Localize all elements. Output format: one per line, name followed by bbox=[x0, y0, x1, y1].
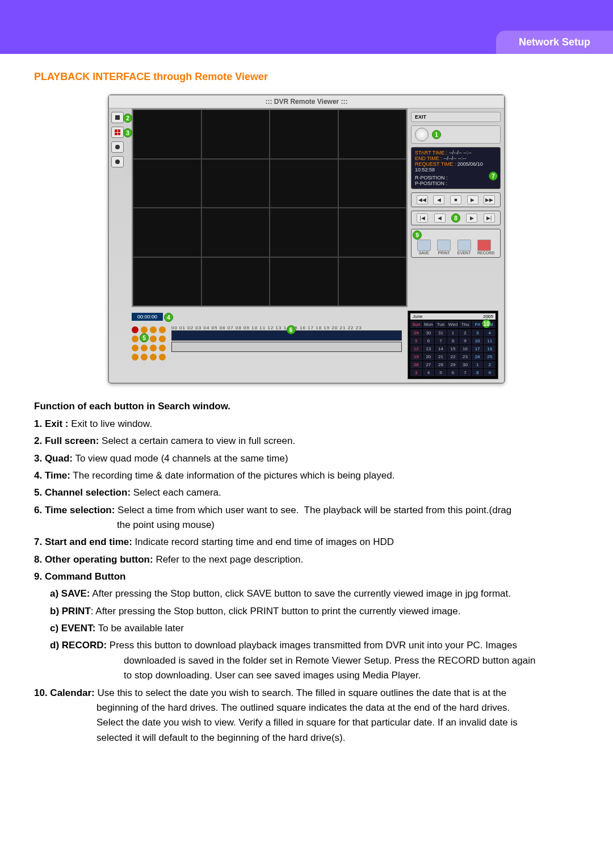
skip-end-button[interactable]: ▶| bbox=[484, 213, 495, 223]
step-back-button[interactable]: ◀ bbox=[433, 195, 444, 204]
channel-dots[interactable] bbox=[132, 326, 166, 360]
exit-button-row: 1 bbox=[411, 125, 501, 144]
fullscreen-button[interactable]: 2 bbox=[111, 112, 124, 123]
time-info-panel: START TIME : --/--/-- --:-- END TIME : -… bbox=[411, 147, 501, 189]
window-title: ::: DVR Remote Viewer ::: bbox=[109, 95, 504, 108]
sub-d: d) RECORD: Press this button to download… bbox=[50, 638, 579, 683]
video-grid[interactable] bbox=[132, 108, 408, 307]
sub-a-text: After pressing the Stop button, click SA… bbox=[90, 588, 511, 599]
sub-b-text: : After pressing the Stop button, click … bbox=[91, 606, 461, 617]
item-1-text: Exit to live window. bbox=[68, 418, 152, 429]
play-button[interactable]: ▶ bbox=[467, 195, 478, 204]
end-time-label: END TIME : bbox=[415, 156, 442, 161]
item-5-label: 5. Channel selection: bbox=[34, 487, 131, 498]
item-3-label: 3. Quad: bbox=[34, 453, 73, 464]
functions-list: 1. Exit : Exit to live window. 2. Full s… bbox=[34, 417, 579, 745]
rewind-button[interactable]: ◀◀ bbox=[417, 195, 428, 204]
left-button-column: 2 3 bbox=[109, 108, 132, 307]
r-position: R-POSITION : bbox=[415, 175, 497, 181]
item-7-text: Indicate record starting time and end ti… bbox=[132, 536, 394, 547]
sub-b-label: b) PRINT bbox=[50, 606, 91, 617]
header-bar: Network Setup bbox=[0, 0, 613, 54]
marker-7: 7 bbox=[489, 171, 498, 181]
screenshot-holder: ::: DVR Remote Viewer ::: 2 3 bbox=[34, 94, 579, 384]
bottom-area: 00:00:00 4 5 bbox=[109, 307, 504, 383]
playback-controls-2: |◀ ◀ 8 ▶ ▶| bbox=[411, 211, 501, 225]
record-label: RECORD bbox=[477, 251, 494, 255]
item-4-label: 4. Time: bbox=[34, 470, 70, 481]
item-2-text: Select a certain camera to view in full … bbox=[99, 435, 295, 446]
item-2-label: 2. Full screen: bbox=[34, 435, 99, 446]
stop-button[interactable]: ■ bbox=[450, 195, 461, 204]
start-time-value: --/--/-- --:-- bbox=[449, 150, 472, 156]
marker-8: 8 bbox=[451, 213, 460, 223]
sub-c-label: c) EVENT: bbox=[50, 623, 95, 634]
playback-controls-1: ◀◀ ◀ ■ ▶ ▶▶ bbox=[411, 192, 501, 207]
marker-3: 3 bbox=[123, 128, 132, 137]
mode-button-1[interactable] bbox=[111, 141, 124, 153]
section-title: PLAYBACK INTERFACE through Remote Viewer bbox=[34, 71, 579, 83]
fast-forward-button[interactable]: ▶▶ bbox=[484, 195, 495, 204]
item-8-label: 8. Other operating button: bbox=[34, 554, 153, 565]
marker-1: 1 bbox=[432, 130, 441, 139]
quad-button[interactable]: 3 bbox=[111, 127, 124, 138]
item-10: 10. Calendar: Use this to select the dat… bbox=[34, 686, 579, 745]
end-time-value: --/--/-- --:-- bbox=[443, 156, 466, 161]
item-7-label: 7. Start and end time: bbox=[34, 536, 132, 547]
marker-9: 9 bbox=[413, 230, 422, 240]
functions-heading: Function of each button in Search window… bbox=[34, 401, 579, 412]
exit-button[interactable] bbox=[415, 128, 429, 141]
dvr-remote-viewer-window: ::: DVR Remote Viewer ::: 2 3 bbox=[108, 94, 505, 384]
marker-5: 5 bbox=[140, 333, 149, 342]
marker-6: 6 bbox=[287, 325, 296, 334]
exit-label: EXIT bbox=[415, 114, 426, 120]
request-time-label: REQUEST TIME : bbox=[415, 161, 456, 167]
section-tab: Network Setup bbox=[496, 31, 613, 54]
calendar-year[interactable]: 2005 bbox=[483, 314, 493, 319]
marker-2: 2 bbox=[123, 114, 132, 123]
time-display: 00:00:00 4 bbox=[132, 313, 163, 321]
exit-row: EXIT bbox=[411, 112, 501, 122]
marker-4: 4 bbox=[164, 313, 173, 322]
item-8-text: Refer to the next page description. bbox=[153, 554, 304, 565]
sub-a-label: a) SAVE: bbox=[50, 588, 90, 599]
calendar[interactable]: June 2005 Sun Mon Tue Wed Thu Fri Sat 10… bbox=[408, 311, 498, 379]
hour-scale: 00 01 02 03 04 05 06 07 08 09 10 11 12 1… bbox=[171, 325, 402, 330]
event-label: EVENT bbox=[457, 251, 471, 255]
save-button[interactable] bbox=[417, 240, 431, 251]
calendar-dates[interactable]: 2930311234567891011121314151617181920212… bbox=[410, 329, 496, 376]
prev-button[interactable]: ◀ bbox=[434, 213, 446, 223]
record-button[interactable] bbox=[477, 240, 491, 251]
timeline-area: 00:00:00 4 5 bbox=[132, 311, 402, 379]
start-time-label: START TIME : bbox=[415, 150, 447, 156]
item-9-label: 9. Command Button bbox=[34, 571, 126, 582]
timeline-track-bottom[interactable] bbox=[171, 342, 402, 352]
skip-start-button[interactable]: |◀ bbox=[417, 213, 428, 223]
marker-10: 10 bbox=[482, 319, 491, 328]
item-4-text: The recording time & date information of… bbox=[70, 470, 394, 481]
item-1-label: 1. Exit : bbox=[34, 418, 68, 429]
event-button[interactable] bbox=[457, 240, 471, 251]
save-label: SAVE bbox=[419, 251, 429, 255]
p-position: P-POSITION : bbox=[415, 181, 497, 186]
calendar-month[interactable]: June bbox=[413, 314, 422, 319]
item-6: 6. Time selection: Select a time from wh… bbox=[34, 503, 579, 533]
page-content: PLAYBACK INTERFACE through Remote Viewer… bbox=[0, 54, 613, 770]
mode-button-2[interactable] bbox=[111, 156, 124, 167]
right-panel: EXIT 1 START TIME : --/--/-- --:-- END T… bbox=[408, 108, 504, 307]
sub-c-text: To be available later bbox=[95, 623, 184, 634]
command-buttons: 9 SAVE PRINT EVENT RECORD bbox=[411, 229, 501, 258]
item-5-text: Select each camera. bbox=[131, 487, 221, 498]
item-3-text: To view quad mode (4 channels at the sam… bbox=[73, 453, 288, 464]
print-button[interactable] bbox=[437, 240, 451, 251]
next-button[interactable]: ▶ bbox=[466, 213, 477, 223]
print-label: PRINT bbox=[438, 251, 450, 255]
